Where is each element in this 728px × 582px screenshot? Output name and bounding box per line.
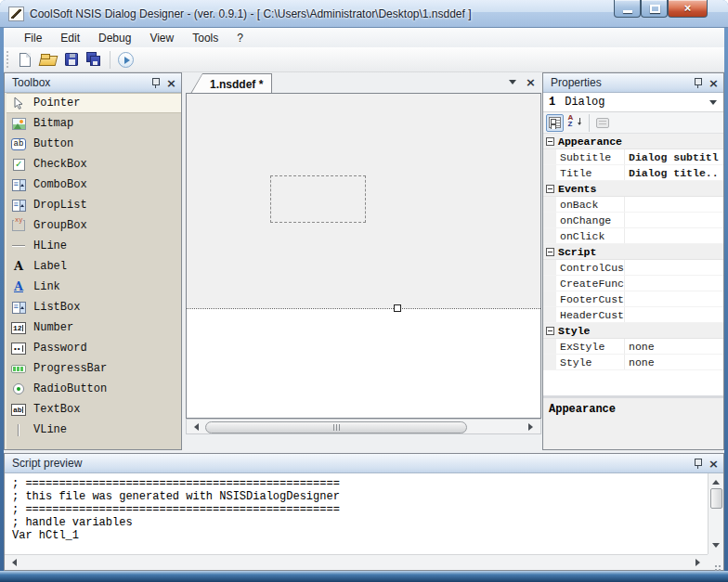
property-row[interactable]: HeaderCustom: [543, 307, 723, 323]
save-all-button[interactable]: [84, 49, 105, 71]
category-row[interactable]: Style: [543, 323, 723, 339]
new-file-button[interactable]: [14, 49, 35, 71]
run-button[interactable]: [115, 49, 136, 71]
categorized-button[interactable]: [546, 114, 564, 132]
toolbox-item-textbox[interactable]: ab TextBox: [6, 399, 181, 420]
property-row[interactable]: Title Dialog title..: [543, 165, 723, 181]
collapse-icon[interactable]: [546, 327, 554, 335]
close-icon[interactable]: ×: [708, 458, 719, 470]
toolbox-item-number[interactable]: 12 Number: [6, 317, 181, 338]
collapse-icon[interactable]: [546, 248, 554, 256]
object-selector[interactable]: 1 Dialog: [543, 93, 723, 112]
property-pages-icon: [596, 118, 609, 128]
scrollbar-thumb[interactable]: [710, 488, 722, 509]
property-row[interactable]: FooterCustom: [543, 291, 723, 307]
toolbox-item-bitmap[interactable]: Bitmap: [6, 113, 181, 134]
property-value[interactable]: [625, 197, 723, 212]
menu-help[interactable]: ?: [228, 29, 253, 47]
pin-icon[interactable]: [693, 458, 703, 470]
maximize-button[interactable]: [641, 0, 668, 18]
property-row[interactable]: onClick: [543, 228, 723, 244]
toolbox-item-groupbox[interactable]: GroupBox: [6, 215, 181, 236]
resize-grip-icon[interactable]: [708, 554, 723, 570]
scroll-up-icon[interactable]: [708, 473, 724, 487]
toolbox-item-droplist[interactable]: ≡ DropList: [6, 195, 181, 215]
category-label: Script: [558, 244, 596, 259]
toolbox-item-label: ListBox: [33, 301, 80, 314]
dialog-design-surface[interactable]: [187, 94, 540, 308]
document-tab[interactable]: 1.nsddef *: [190, 73, 272, 94]
property-value[interactable]: [625, 276, 723, 291]
tab-list-dropdown-icon[interactable]: [509, 80, 516, 88]
toolbox-item-progressbar[interactable]: ProgressBar: [6, 358, 181, 379]
titlebar[interactable]: CoolSoft NSIS Dialog Designer - (ver. 0.…: [0, 0, 728, 28]
property-row[interactable]: onChange: [543, 213, 723, 228]
property-value[interactable]: Dialog subtitl: [625, 149, 723, 164]
property-value[interactable]: Dialog title..: [625, 165, 723, 180]
property-row[interactable]: Subtitle Dialog subtitl: [543, 149, 723, 165]
scroll-down-icon[interactable]: [708, 540, 724, 554]
close-icon[interactable]: ×: [708, 77, 719, 89]
toolbox-item-vline[interactable]: VLine: [6, 420, 181, 440]
property-value[interactable]: [625, 307, 723, 322]
toolbox-item-hline[interactable]: HLine: [6, 236, 181, 256]
script-vertical-scrollbar[interactable]: [708, 473, 723, 554]
toolbar-grip[interactable]: [6, 51, 9, 68]
open-file-button[interactable]: [37, 49, 58, 71]
toolbox-item-label: VLine: [33, 423, 67, 436]
property-value[interactable]: [625, 213, 723, 227]
toolbox-item-checkbox[interactable]: ✓ CheckBox: [6, 154, 181, 175]
menu-debug[interactable]: Debug: [89, 29, 140, 47]
scroll-left-icon[interactable]: [5, 556, 20, 570]
property-name: onChange: [556, 213, 625, 227]
close-button[interactable]: ×: [668, 0, 708, 18]
collapse-icon[interactable]: [546, 185, 554, 193]
design-canvas[interactable]: [186, 93, 541, 419]
alphabetical-button[interactable]: [566, 114, 583, 132]
property-value[interactable]: none: [625, 355, 723, 369]
close-icon[interactable]: ×: [166, 77, 176, 89]
toolbox-item-password[interactable]: •• Password: [6, 338, 181, 358]
property-row[interactable]: CreateFuncti: [543, 276, 723, 291]
script-code-area[interactable]: ; ======================================…: [5, 473, 708, 554]
menu-edit[interactable]: Edit: [51, 29, 89, 47]
scrollbar-thumb[interactable]: [205, 421, 467, 433]
toolbox-item-combobox[interactable]: ≡ ComboBox: [6, 175, 181, 195]
menu-view[interactable]: View: [140, 29, 183, 47]
toolbox-item-label[interactable]: A Label: [6, 256, 181, 277]
toolbox-item-listbox[interactable]: ≡ ListBox: [6, 297, 181, 317]
property-row[interactable]: onBack: [543, 197, 723, 213]
selected-control-outline[interactable]: [270, 175, 366, 223]
canvas-horizontal-scrollbar[interactable]: [186, 419, 541, 434]
category-row[interactable]: Events: [543, 181, 723, 197]
toolbox-item-pointer[interactable]: Pointer: [6, 93, 181, 113]
property-row[interactable]: ControlCusto: [543, 260, 723, 276]
pin-icon[interactable]: [150, 77, 161, 89]
category-row[interactable]: Appearance: [543, 134, 723, 149]
menu-file[interactable]: File: [15, 29, 51, 47]
resize-handle[interactable]: [394, 304, 401, 312]
collapse-icon[interactable]: [546, 137, 554, 146]
save-button[interactable]: [60, 49, 82, 71]
property-value[interactable]: [625, 291, 723, 306]
property-pages-button[interactable]: [593, 114, 611, 132]
menu-tools[interactable]: Tools: [183, 29, 228, 47]
property-row[interactable]: Style none: [543, 355, 723, 370]
pointer-icon: [11, 96, 26, 110]
scroll-right-icon[interactable]: [692, 556, 708, 570]
toolbox-item-button[interactable]: ab Button: [6, 134, 181, 154]
script-horizontal-scrollbar[interactable]: [5, 554, 708, 570]
minimize-button[interactable]: [614, 0, 641, 18]
pin-icon[interactable]: [693, 77, 703, 89]
toolbox-item-link[interactable]: A Link: [6, 277, 181, 297]
property-value[interactable]: none: [625, 339, 723, 354]
scroll-left-icon[interactable]: [187, 420, 202, 433]
property-row[interactable]: ExStyle none: [543, 339, 723, 355]
tab-close-icon[interactable]: ×: [526, 76, 536, 88]
property-value[interactable]: [625, 228, 723, 243]
scroll-right-icon[interactable]: [525, 420, 540, 433]
toolbox-item-radiobutton[interactable]: RadioButton: [6, 379, 181, 399]
chevron-down-icon: [709, 100, 717, 109]
property-value[interactable]: [625, 260, 723, 275]
category-row[interactable]: Script: [543, 244, 723, 260]
